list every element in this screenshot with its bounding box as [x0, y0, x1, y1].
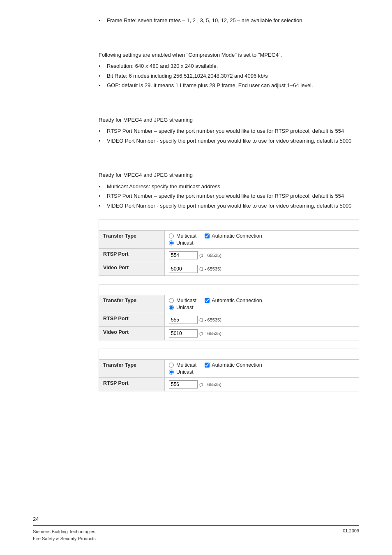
stream1-unicast-radio[interactable]: [169, 240, 174, 245]
stream1-multicast-radio[interactable]: [169, 234, 174, 238]
section4-item3: VIDEO Port Number - specify the port num…: [99, 202, 359, 210]
stream1-video-label: Video Port: [99, 262, 165, 276]
page: Frame Rate: seven frame rates – 1, 2 , 3…: [0, 0, 392, 555]
section4-item2: RTSP Port Number – specify the port numb…: [99, 192, 359, 200]
stream1-unicast-row: Unicast: [169, 240, 196, 246]
cropping1-radio-group: Multicast Unicast: [169, 362, 196, 375]
stream1-radio-group: Multicast Unicast: [169, 233, 196, 246]
cropping1-rtsp-input[interactable]: [169, 380, 198, 388]
cropping1-rtsp-cell: (1 - 65535): [165, 378, 359, 391]
stream2-rtsp-row: RTSP Port (1 - 65535): [99, 313, 359, 327]
stream2-transfer-row: Transfer Type Multicast Unicast: [99, 295, 359, 313]
stream1-rtsp-hint: (1 - 65535): [199, 253, 221, 258]
stream1-auto-conn-label: Automatic Connection: [212, 233, 262, 239]
stream2-multicast-label: Multicast: [176, 298, 196, 303]
cropping1-transfer-options: Multicast Unicast Automatic Connection: [169, 362, 355, 375]
stream1-rtsp-row: RTSP Port (1 - 65535): [99, 249, 359, 262]
stream2-unicast-radio[interactable]: [169, 305, 174, 310]
main-content: Frame Rate: seven frame rates – 1, 2 , 3…: [99, 16, 359, 391]
section4-item1: Multicast Address: specify the multicast…: [99, 183, 359, 191]
section2: Following settings are enabled when "Com…: [99, 51, 359, 90]
section1: Frame Rate: seven frame rates – 1, 2 , 3…: [99, 16, 359, 25]
footer-date: 01.2009: [343, 528, 359, 533]
stream1-video-input[interactable]: [169, 265, 198, 273]
stream1-unicast-label: Unicast: [176, 240, 194, 246]
stream2-video-hint: (1 - 65535): [199, 331, 221, 336]
stream1-rtsp-input[interactable]: [169, 251, 198, 259]
stream2-rtsp-label: RTSP Port: [99, 313, 165, 327]
stream2-auto-conn: Automatic Connection: [205, 298, 262, 303]
cropping1-rtsp-row: RTSP Port (1 - 65535): [99, 378, 359, 391]
stream1-rtsp-label: RTSP Port: [99, 249, 165, 262]
cropping1-auto-conn: Automatic Connection: [205, 362, 262, 368]
section3-list: RTSP Port Number – specify the port numb…: [99, 127, 359, 145]
section2-item1: Resolution: 640 x 480 and 320 x 240 avai…: [99, 62, 359, 70]
cropping1-header-row: Cropping 1: [99, 349, 359, 360]
cropping1-table: Cropping 1 Transfer Type Multicast: [99, 349, 359, 391]
cropping1-transfer-label: Transfer Type: [99, 360, 165, 378]
stream1-auto-conn-checkbox[interactable]: [205, 234, 210, 238]
stream2-video-input[interactable]: [169, 329, 198, 338]
cropping1-auto-conn-checkbox[interactable]: [205, 363, 210, 368]
stream1-header-row: Stream 1: [99, 220, 359, 231]
stream2-rtsp-hint: (1 - 65535): [199, 317, 221, 322]
stream2-table: Stream 2 Transfer Type Multicast U: [99, 284, 359, 340]
cropping1-rtsp-label: RTSP Port: [99, 378, 165, 391]
stream2-header-row: Stream 2: [99, 284, 359, 295]
cropping1-rtsp-hint: (1 - 65535): [199, 382, 221, 387]
section2-intro: Following settings are enabled when "Com…: [99, 51, 359, 59]
stream2-rtsp-port-group: (1 - 65535): [169, 316, 355, 324]
stream2-transfer-cell: Multicast Unicast Automatic Connection: [165, 295, 359, 313]
stream1-rtsp-cell: (1 - 65535): [165, 249, 359, 262]
cropping1-unicast-radio[interactable]: [169, 370, 174, 375]
cropping1-transfer-row: Transfer Type Multicast Unicast: [99, 360, 359, 378]
stream2-transfer-label: Transfer Type: [99, 295, 165, 313]
stream2-video-row: Video Port (1 - 65535): [99, 327, 359, 340]
section2-list: Resolution: 640 x 480 and 320 x 240 avai…: [99, 62, 359, 90]
footer-content: Siemens Building Technologies Fire Safet…: [33, 525, 359, 543]
stream1-transfer-label: Transfer Type: [99, 231, 165, 249]
stream2-radio-group: Multicast Unicast: [169, 298, 196, 310]
cropping1-rtsp-port-group: (1 - 65535): [169, 380, 355, 388]
stream2-multicast-row: Multicast: [169, 298, 196, 303]
page-number: 24: [33, 516, 39, 522]
stream1-header: Stream 1: [99, 220, 359, 231]
stream2-rtsp-cell: (1 - 65535): [165, 313, 359, 327]
section3-item1: RTSP Port Number – specify the port numb…: [99, 127, 359, 135]
section2-item3: GOP: default is 29. It means 1 I frame p…: [99, 81, 359, 90]
section3-item2: VIDEO Port Number - specify the port num…: [99, 137, 359, 145]
section1-item1: Frame Rate: seven frame rates – 1, 2 , 3…: [99, 16, 359, 25]
stream1-table: Stream 1 Transfer Type Multicast U: [99, 220, 359, 276]
stream1-video-port-group: (1 - 65535): [169, 265, 355, 273]
stream1-multicast-row: Multicast: [169, 233, 196, 239]
cropping1-multicast-radio[interactable]: [169, 363, 174, 368]
stream2-auto-conn-checkbox[interactable]: [205, 298, 210, 303]
stream2-rtsp-input[interactable]: [169, 316, 198, 324]
stream2-multicast-radio[interactable]: [169, 298, 174, 303]
section4: Ready for MPEG4 and JPEG streaming Multi…: [99, 171, 359, 210]
section3: Ready for MPEG4 and JPEG streaming RTSP …: [99, 116, 359, 145]
stream2-auto-conn-label: Automatic Connection: [212, 298, 262, 303]
cropping1-unicast-row: Unicast: [169, 369, 196, 375]
stream1-transfer-cell: Multicast Unicast Automatic Connection: [165, 231, 359, 249]
stream2-video-port-group: (1 - 65535): [169, 329, 355, 338]
footer: Siemens Building Technologies Fire Safet…: [0, 525, 392, 543]
section1-list: Frame Rate: seven frame rates – 1, 2 , 3…: [99, 16, 359, 25]
cropping1-transfer-cell: Multicast Unicast Automatic Connection: [165, 360, 359, 378]
section4-intro: Ready for MPEG4 and JPEG streaming: [99, 171, 359, 179]
footer-division: Fire Safety & Security Products: [33, 535, 96, 543]
page-number-text: 24: [33, 516, 39, 522]
stream1-multicast-label: Multicast: [176, 233, 196, 239]
stream1-transfer-options: Multicast Unicast Automatic Connection: [169, 233, 355, 246]
footer-left: Siemens Building Technologies Fire Safet…: [33, 528, 96, 543]
stream1-video-cell: (1 - 65535): [165, 262, 359, 276]
cropping1-unicast-label: Unicast: [176, 369, 194, 375]
stream2-video-label: Video Port: [99, 327, 165, 340]
stream1-transfer-row: Transfer Type Multicast Unicast: [99, 231, 359, 249]
cropping1-multicast-row: Multicast: [169, 362, 196, 368]
stream2-header: Stream 2: [99, 284, 359, 295]
stream2-unicast-row: Unicast: [169, 305, 196, 310]
stream2-unicast-label: Unicast: [176, 305, 194, 310]
section4-list: Multicast Address: specify the multicast…: [99, 183, 359, 210]
cropping1-header: Cropping 1: [99, 349, 359, 360]
